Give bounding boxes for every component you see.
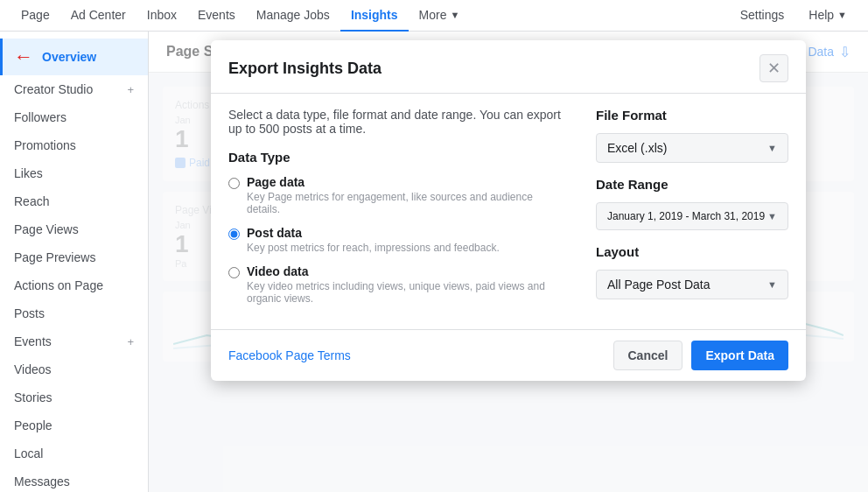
sidebar-item-promotions[interactable]: Promotions	[0, 131, 148, 159]
radio-video-data-input[interactable]	[228, 267, 240, 278]
main-layout: ← Overview Creator Studio + Followers Pr…	[0, 32, 868, 492]
nav-ad-center[interactable]: Ad Center	[60, 0, 136, 32]
nav-page[interactable]: Page	[10, 0, 60, 32]
layout-section-title: Layout	[596, 244, 788, 259]
sidebar-item-messages[interactable]: Messages	[0, 467, 148, 492]
nav-right: Settings Help ▼	[730, 0, 858, 32]
nav-events[interactable]: Events	[187, 0, 246, 32]
top-nav: Page Ad Center Inbox Events Manage Jobs …	[0, 0, 868, 32]
radio-page-data-input[interactable]	[228, 178, 240, 189]
export-modal: Export Insights Data ✕ Select a data typ…	[211, 40, 806, 381]
sidebar-item-page-views[interactable]: Page Views	[0, 215, 148, 243]
chevron-down-icon: ▼	[450, 10, 459, 20]
nav-inbox[interactable]: Inbox	[136, 0, 187, 32]
export-button[interactable]: Export Data	[691, 341, 788, 370]
layout-dropdown[interactable]: All Page Post Data ▼	[596, 270, 788, 299]
modal-body: Select a data type, file format and date…	[211, 94, 806, 329]
sidebar-item-creator-studio[interactable]: Creator Studio +	[0, 75, 148, 103]
footer-buttons: Cancel Export Data	[613, 341, 789, 370]
radio-post-data-input[interactable]	[228, 228, 240, 240]
modal-header: Export Insights Data ✕	[211, 40, 806, 94]
sidebar-item-stories[interactable]: Stories	[0, 383, 148, 411]
plus-icon: +	[127, 335, 134, 348]
sidebar-item-overview[interactable]: ← Overview	[0, 39, 148, 75]
radio-page-data-desc: Key Page metrics for engagement, like so…	[247, 191, 561, 215]
sidebar-item-actions-on-page[interactable]: Actions on Page	[0, 271, 148, 299]
radio-post-data: Post data Key post metrics for reach, im…	[228, 226, 561, 254]
sidebar-item-reach[interactable]: Reach	[0, 187, 148, 215]
modal-title: Export Insights Data	[228, 60, 382, 78]
sidebar: ← Overview Creator Studio + Followers Pr…	[0, 32, 149, 492]
chevron-down-icon: ▼	[837, 10, 847, 20]
red-arrow-icon: ←	[14, 46, 33, 68]
radio-page-data-label: Page data	[247, 175, 561, 189]
radio-video-data-label: Video data	[247, 264, 561, 278]
radio-post-data-desc: Key post metrics for reach, impressions …	[247, 242, 500, 254]
modal-description: Select a data type, file format and date…	[228, 108, 561, 136]
file-format-dropdown[interactable]: Excel (.xls) ▼	[596, 133, 788, 163]
modal-left: Select a data type, file format and date…	[228, 108, 561, 315]
nav-more[interactable]: More ▼	[409, 0, 471, 32]
cancel-button[interactable]: Cancel	[613, 341, 683, 370]
sidebar-item-page-previews[interactable]: Page Previews	[0, 243, 148, 271]
facebook-page-terms-link[interactable]: Facebook Page Terms	[228, 348, 351, 362]
sidebar-item-videos[interactable]: Videos	[0, 355, 148, 383]
data-type-section-title: Data Type	[228, 150, 561, 165]
nav-settings[interactable]: Settings	[730, 0, 795, 32]
sidebar-item-people[interactable]: People	[0, 411, 148, 439]
modal-footer: Facebook Page Terms Cancel Export Data	[211, 329, 806, 381]
sidebar-item-likes[interactable]: Likes	[0, 159, 148, 187]
date-range-section-title: Date Range	[596, 177, 788, 192]
sidebar-item-posts[interactable]: Posts	[0, 299, 148, 327]
nav-manage-jobs[interactable]: Manage Jobs	[246, 0, 340, 32]
nav-help[interactable]: Help ▼	[798, 0, 858, 32]
sidebar-item-local[interactable]: Local	[0, 439, 148, 467]
chevron-down-icon: ▼	[767, 211, 777, 221]
close-button[interactable]: ✕	[760, 54, 788, 82]
radio-page-data: Page data Key Page metrics for engagemen…	[228, 175, 561, 215]
plus-icon: +	[127, 83, 134, 96]
sidebar-item-events[interactable]: Events +	[0, 327, 148, 355]
chevron-down-icon: ▼	[767, 143, 777, 153]
modal-overlay: Export Insights Data ✕ Select a data typ…	[149, 32, 868, 492]
radio-video-data-desc: Key video metrics including views, uniqu…	[247, 280, 561, 305]
sidebar-item-followers[interactable]: Followers	[0, 103, 148, 131]
chevron-down-icon: ▼	[767, 279, 777, 290]
nav-insights[interactable]: Insights	[340, 0, 409, 32]
radio-video-data: Video data Key video metrics including v…	[228, 264, 561, 305]
content-area: Page Summary Last 28 days ÷ → Export Dat…	[149, 32, 868, 492]
modal-right: File Format Excel (.xls) ▼ Date Range Ja…	[596, 108, 788, 315]
date-range-dropdown[interactable]: January 1, 2019 - March 31, 2019 ▼	[596, 202, 788, 230]
file-format-section-title: File Format	[596, 108, 788, 123]
radio-post-data-label: Post data	[247, 226, 500, 240]
